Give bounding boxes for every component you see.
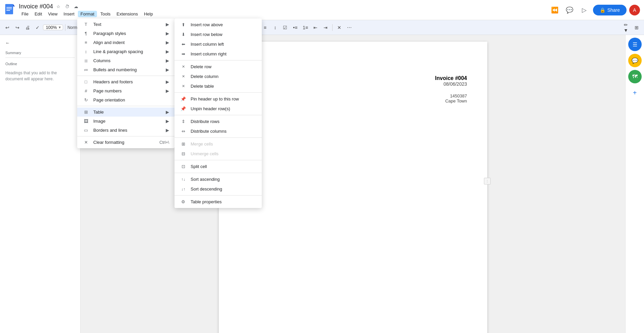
submenu-distribute-rows[interactable]: ⇕ Distribute rows — [175, 117, 262, 126]
format-line-spacing-label: Line & paragraph spacing — [93, 49, 163, 54]
bullets-arrow-icon: ▶ — [166, 67, 169, 72]
right-tab-add[interactable]: + — [628, 86, 642, 99]
toolbar-divider-7 — [332, 24, 333, 31]
mode-button[interactable]: ✏ ▼ — [621, 23, 631, 32]
sort-descending-icon: ↓↑ — [180, 187, 187, 192]
format-menu-line-spacing[interactable]: ↕ Line & paragraph spacing ▶ — [77, 47, 175, 56]
avatar[interactable]: A — [629, 5, 640, 15]
table-properties-label: Table properties — [191, 199, 222, 204]
menu-insert[interactable]: Insert — [61, 11, 77, 17]
distribute-rows-icon: ⇕ — [180, 119, 187, 124]
submenu-delete-column[interactable]: ✕ Delete column — [175, 72, 262, 81]
format-menu-clear-formatting[interactable]: ✕ Clear formatting Ctrl+\ — [77, 138, 175, 147]
menu-file[interactable]: File — [19, 11, 31, 17]
submenu-insert-column-right[interactable]: ➡ Insert column right — [175, 49, 262, 59]
insert-row-below-label: Insert row below — [191, 32, 222, 37]
line-spacing-button[interactable]: ↕ — [270, 23, 280, 32]
sidebar-back-button[interactable]: ← — [3, 39, 78, 47]
format-menu-headers-footers[interactable]: □ Headers and footers ▶ — [77, 77, 175, 86]
delete-row-icon: ✕ — [180, 65, 187, 69]
format-menu-columns[interactable]: ⫼ Columns ▶ — [77, 56, 175, 65]
zoom-input[interactable]: 100% — [45, 25, 58, 30]
indent-increase-button[interactable]: ⇥ — [321, 23, 330, 32]
undo-button[interactable]: ↩ — [3, 23, 12, 32]
submenu-insert-row-above[interactable]: ⬆ Insert row above — [175, 20, 262, 30]
submenu-insert-row-below[interactable]: ⬇ Insert row below — [175, 30, 262, 39]
format-menu-bullets[interactable]: ≔ Bullets and numbering ▶ — [77, 65, 175, 74]
delete-column-icon: ✕ — [180, 74, 187, 79]
image-menu-icon: 🖼 — [83, 119, 89, 124]
align-indent-arrow-icon: ▶ — [166, 40, 169, 45]
redo-button[interactable]: ↪ — [13, 23, 22, 32]
format-menu-paragraph-styles[interactable]: ¶ Paragraph styles ▶ — [77, 29, 175, 38]
submenu-sort-ascending[interactable]: ↑↓ Sort ascending — [175, 174, 262, 184]
chat-button[interactable]: 💬 — [563, 4, 576, 16]
table-properties-icon: ⚙ — [180, 199, 187, 204]
zoom-fit-button[interactable]: ⊞ — [632, 23, 641, 32]
spellcheck-button[interactable]: ✓ — [33, 23, 42, 32]
headers-footers-arrow-icon: ▶ — [166, 79, 169, 84]
table-submenu-divider-4 — [175, 137, 262, 138]
table-submenu-divider-3 — [175, 115, 262, 115]
format-menu-page-numbers[interactable]: # Page numbers ▶ — [77, 86, 175, 95]
submenu-insert-column-left[interactable]: ⬅ Insert column left — [175, 39, 262, 49]
resize-handle[interactable]: ⋮ — [484, 178, 491, 184]
more-options-button[interactable]: ⋯ — [345, 23, 354, 32]
clear-format-button[interactable]: ✕ — [335, 23, 344, 32]
svg-rect-2 — [6, 7, 12, 8]
format-menu-image[interactable]: 🖼 Image ▶ — [77, 117, 175, 126]
submenu-sort-descending[interactable]: ↓↑ Sort descending — [175, 184, 262, 194]
menu-edit[interactable]: Edit — [32, 11, 45, 17]
submenu-unpin-header[interactable]: 📌 Unpin header row(s) — [175, 104, 262, 114]
menu-view[interactable]: View — [45, 11, 60, 17]
delete-column-label: Delete column — [191, 74, 218, 79]
ordered-list-button[interactable]: 1≡ — [301, 23, 310, 32]
format-image-label: Image — [93, 119, 163, 124]
print-button[interactable]: 🖨 — [23, 23, 32, 32]
format-menu-text[interactable]: T Text ▶ — [77, 20, 175, 29]
star-icon[interactable]: ☆ — [55, 3, 62, 10]
format-menu-table[interactable]: ⊞ Table ▶ — [77, 108, 175, 117]
unmerge-cells-label: Unmerge cells — [191, 151, 218, 156]
doc-title[interactable]: Invoice #004 — [19, 3, 53, 10]
right-tab-chat[interactable]: 💬 — [628, 54, 642, 67]
headers-footers-icon: □ — [83, 79, 89, 84]
share-button[interactable]: 🔒 Share — [593, 5, 627, 15]
format-menu-borders-lines[interactable]: ▭ Borders and lines ▶ — [77, 126, 175, 135]
table-arrow-icon: ▶ — [166, 110, 169, 115]
right-tab-map[interactable]: 🗺 — [628, 70, 642, 83]
table-submenu-divider-2 — [175, 92, 262, 93]
checklist-button[interactable]: ☑ — [281, 23, 290, 32]
text-arrow-icon: ▶ — [166, 22, 169, 27]
sort-ascending-label: Sort ascending — [191, 177, 220, 182]
submenu-table-properties[interactable]: ⚙ Table properties — [175, 197, 262, 207]
indent-decrease-button[interactable]: ⇤ — [311, 23, 320, 32]
insert-row-above-icon: ⬆ — [180, 22, 187, 27]
format-menu-divider-3 — [77, 136, 175, 136]
submenu-delete-row[interactable]: ✕ Delete row — [175, 62, 262, 72]
menu-format[interactable]: Format — [78, 11, 97, 17]
unpin-header-label: Unpin header row(s) — [191, 106, 230, 111]
split-cell-icon: ⊡ — [180, 164, 187, 169]
line-spacing-arrow-icon: ▶ — [166, 49, 169, 54]
format-menu-page-orientation[interactable]: ↻ Page orientation — [77, 95, 175, 105]
format-menu-align-indent[interactable]: ≡ Align and indent ▶ — [77, 38, 175, 47]
align-button[interactable]: ≡ — [260, 23, 270, 32]
right-tab-tabs[interactable]: ☰ — [628, 38, 642, 51]
paragraph-styles-icon: ¶ — [83, 31, 89, 36]
format-borders-lines-label: Borders and lines — [93, 128, 163, 133]
submenu-pin-header[interactable]: 📌 Pin header up to this row — [175, 94, 262, 104]
submenu-distribute-columns[interactable]: ⇔ Distribute columns — [175, 126, 262, 136]
present-button[interactable]: ▷ — [578, 4, 590, 16]
format-page-numbers-label: Page numbers — [93, 88, 163, 93]
menu-extensions[interactable]: Extensions — [114, 11, 141, 17]
menu-help[interactable]: Help — [141, 11, 156, 17]
invoice-header: Invoice #004 08/06/2023 — [239, 75, 467, 87]
menu-tools[interactable]: Tools — [98, 11, 113, 17]
bullet-list-button[interactable]: •≡ — [291, 23, 300, 32]
format-headers-footers-label: Headers and footers — [93, 79, 163, 84]
submenu-delete-table[interactable]: ✕ Delete table — [175, 81, 262, 91]
submenu-split-cell[interactable]: ⊡ Split cell — [175, 162, 262, 171]
history-button[interactable]: ⏪ — [549, 4, 561, 16]
address-block: 1450387 Cape Town — [239, 93, 467, 103]
